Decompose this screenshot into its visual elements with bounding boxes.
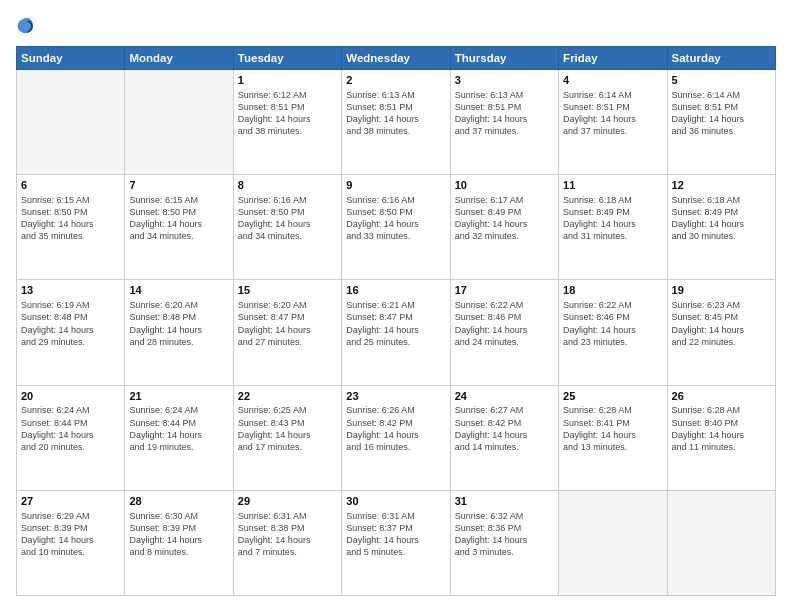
day-info: Sunrise: 6:13 AM Sunset: 8:51 PM Dayligh… xyxy=(455,89,554,138)
day-number: 20 xyxy=(21,389,120,404)
calendar-cell: 19Sunrise: 6:23 AM Sunset: 8:45 PM Dayli… xyxy=(667,280,775,385)
day-number: 22 xyxy=(238,389,337,404)
weekday-header-friday: Friday xyxy=(559,47,667,70)
calendar-cell xyxy=(17,70,125,175)
day-info: Sunrise: 6:28 AM Sunset: 8:41 PM Dayligh… xyxy=(563,404,662,453)
day-info: Sunrise: 6:18 AM Sunset: 8:49 PM Dayligh… xyxy=(563,194,662,243)
calendar-cell: 16Sunrise: 6:21 AM Sunset: 8:47 PM Dayli… xyxy=(342,280,450,385)
day-info: Sunrise: 6:14 AM Sunset: 8:51 PM Dayligh… xyxy=(563,89,662,138)
calendar-cell: 15Sunrise: 6:20 AM Sunset: 8:47 PM Dayli… xyxy=(233,280,341,385)
calendar-cell: 12Sunrise: 6:18 AM Sunset: 8:49 PM Dayli… xyxy=(667,175,775,280)
day-number: 21 xyxy=(129,389,228,404)
day-number: 18 xyxy=(563,283,662,298)
calendar-cell: 5Sunrise: 6:14 AM Sunset: 8:51 PM Daylig… xyxy=(667,70,775,175)
calendar-cell: 28Sunrise: 6:30 AM Sunset: 8:39 PM Dayli… xyxy=(125,490,233,595)
day-info: Sunrise: 6:14 AM Sunset: 8:51 PM Dayligh… xyxy=(672,89,771,138)
logo-icon xyxy=(16,16,36,36)
day-number: 23 xyxy=(346,389,445,404)
day-info: Sunrise: 6:24 AM Sunset: 8:44 PM Dayligh… xyxy=(129,404,228,453)
weekday-header-monday: Monday xyxy=(125,47,233,70)
calendar-cell xyxy=(125,70,233,175)
day-info: Sunrise: 6:28 AM Sunset: 8:40 PM Dayligh… xyxy=(672,404,771,453)
calendar-cell: 11Sunrise: 6:18 AM Sunset: 8:49 PM Dayli… xyxy=(559,175,667,280)
day-number: 12 xyxy=(672,178,771,193)
calendar-week-row: 6Sunrise: 6:15 AM Sunset: 8:50 PM Daylig… xyxy=(17,175,776,280)
day-number: 2 xyxy=(346,73,445,88)
day-info: Sunrise: 6:15 AM Sunset: 8:50 PM Dayligh… xyxy=(129,194,228,243)
calendar-week-row: 13Sunrise: 6:19 AM Sunset: 8:48 PM Dayli… xyxy=(17,280,776,385)
day-number: 6 xyxy=(21,178,120,193)
day-number: 5 xyxy=(672,73,771,88)
day-number: 29 xyxy=(238,494,337,509)
calendar-cell: 21Sunrise: 6:24 AM Sunset: 8:44 PM Dayli… xyxy=(125,385,233,490)
day-info: Sunrise: 6:22 AM Sunset: 8:46 PM Dayligh… xyxy=(563,299,662,348)
header xyxy=(16,16,776,36)
calendar-cell: 6Sunrise: 6:15 AM Sunset: 8:50 PM Daylig… xyxy=(17,175,125,280)
day-number: 17 xyxy=(455,283,554,298)
day-info: Sunrise: 6:16 AM Sunset: 8:50 PM Dayligh… xyxy=(346,194,445,243)
day-number: 25 xyxy=(563,389,662,404)
day-info: Sunrise: 6:24 AM Sunset: 8:44 PM Dayligh… xyxy=(21,404,120,453)
day-info: Sunrise: 6:29 AM Sunset: 8:39 PM Dayligh… xyxy=(21,510,120,559)
day-number: 30 xyxy=(346,494,445,509)
calendar-cell: 2Sunrise: 6:13 AM Sunset: 8:51 PM Daylig… xyxy=(342,70,450,175)
page: SundayMondayTuesdayWednesdayThursdayFrid… xyxy=(0,0,792,612)
calendar-cell: 22Sunrise: 6:25 AM Sunset: 8:43 PM Dayli… xyxy=(233,385,341,490)
calendar-cell: 9Sunrise: 6:16 AM Sunset: 8:50 PM Daylig… xyxy=(342,175,450,280)
weekday-header-wednesday: Wednesday xyxy=(342,47,450,70)
day-number: 19 xyxy=(672,283,771,298)
day-number: 4 xyxy=(563,73,662,88)
calendar-cell: 14Sunrise: 6:20 AM Sunset: 8:48 PM Dayli… xyxy=(125,280,233,385)
calendar-cell: 7Sunrise: 6:15 AM Sunset: 8:50 PM Daylig… xyxy=(125,175,233,280)
weekday-header-tuesday: Tuesday xyxy=(233,47,341,70)
weekday-header-saturday: Saturday xyxy=(667,47,775,70)
calendar-cell: 17Sunrise: 6:22 AM Sunset: 8:46 PM Dayli… xyxy=(450,280,558,385)
weekday-header-row: SundayMondayTuesdayWednesdayThursdayFrid… xyxy=(17,47,776,70)
day-number: 8 xyxy=(238,178,337,193)
calendar-cell xyxy=(559,490,667,595)
calendar-cell: 24Sunrise: 6:27 AM Sunset: 8:42 PM Dayli… xyxy=(450,385,558,490)
calendar-cell: 26Sunrise: 6:28 AM Sunset: 8:40 PM Dayli… xyxy=(667,385,775,490)
day-number: 26 xyxy=(672,389,771,404)
day-number: 3 xyxy=(455,73,554,88)
day-number: 31 xyxy=(455,494,554,509)
day-number: 10 xyxy=(455,178,554,193)
day-info: Sunrise: 6:26 AM Sunset: 8:42 PM Dayligh… xyxy=(346,404,445,453)
calendar-cell: 1Sunrise: 6:12 AM Sunset: 8:51 PM Daylig… xyxy=(233,70,341,175)
day-info: Sunrise: 6:16 AM Sunset: 8:50 PM Dayligh… xyxy=(238,194,337,243)
calendar-cell: 4Sunrise: 6:14 AM Sunset: 8:51 PM Daylig… xyxy=(559,70,667,175)
calendar-table: SundayMondayTuesdayWednesdayThursdayFrid… xyxy=(16,46,776,596)
calendar-week-row: 27Sunrise: 6:29 AM Sunset: 8:39 PM Dayli… xyxy=(17,490,776,595)
day-info: Sunrise: 6:17 AM Sunset: 8:49 PM Dayligh… xyxy=(455,194,554,243)
day-info: Sunrise: 6:30 AM Sunset: 8:39 PM Dayligh… xyxy=(129,510,228,559)
calendar-cell: 13Sunrise: 6:19 AM Sunset: 8:48 PM Dayli… xyxy=(17,280,125,385)
day-info: Sunrise: 6:22 AM Sunset: 8:46 PM Dayligh… xyxy=(455,299,554,348)
calendar-cell: 27Sunrise: 6:29 AM Sunset: 8:39 PM Dayli… xyxy=(17,490,125,595)
calendar-cell xyxy=(667,490,775,595)
calendar-cell: 30Sunrise: 6:31 AM Sunset: 8:37 PM Dayli… xyxy=(342,490,450,595)
calendar-cell: 29Sunrise: 6:31 AM Sunset: 8:38 PM Dayli… xyxy=(233,490,341,595)
logo xyxy=(16,16,40,36)
calendar-week-row: 1Sunrise: 6:12 AM Sunset: 8:51 PM Daylig… xyxy=(17,70,776,175)
calendar-cell: 10Sunrise: 6:17 AM Sunset: 8:49 PM Dayli… xyxy=(450,175,558,280)
calendar-cell: 3Sunrise: 6:13 AM Sunset: 8:51 PM Daylig… xyxy=(450,70,558,175)
calendar-cell: 8Sunrise: 6:16 AM Sunset: 8:50 PM Daylig… xyxy=(233,175,341,280)
day-number: 11 xyxy=(563,178,662,193)
calendar-week-row: 20Sunrise: 6:24 AM Sunset: 8:44 PM Dayli… xyxy=(17,385,776,490)
calendar-cell: 23Sunrise: 6:26 AM Sunset: 8:42 PM Dayli… xyxy=(342,385,450,490)
day-info: Sunrise: 6:27 AM Sunset: 8:42 PM Dayligh… xyxy=(455,404,554,453)
day-number: 14 xyxy=(129,283,228,298)
day-number: 15 xyxy=(238,283,337,298)
calendar-cell: 25Sunrise: 6:28 AM Sunset: 8:41 PM Dayli… xyxy=(559,385,667,490)
weekday-header-thursday: Thursday xyxy=(450,47,558,70)
day-info: Sunrise: 6:18 AM Sunset: 8:49 PM Dayligh… xyxy=(672,194,771,243)
day-number: 13 xyxy=(21,283,120,298)
day-info: Sunrise: 6:31 AM Sunset: 8:37 PM Dayligh… xyxy=(346,510,445,559)
day-info: Sunrise: 6:15 AM Sunset: 8:50 PM Dayligh… xyxy=(21,194,120,243)
day-number: 1 xyxy=(238,73,337,88)
day-number: 16 xyxy=(346,283,445,298)
calendar-cell: 31Sunrise: 6:32 AM Sunset: 8:36 PM Dayli… xyxy=(450,490,558,595)
day-info: Sunrise: 6:23 AM Sunset: 8:45 PM Dayligh… xyxy=(672,299,771,348)
day-info: Sunrise: 6:20 AM Sunset: 8:48 PM Dayligh… xyxy=(129,299,228,348)
day-info: Sunrise: 6:32 AM Sunset: 8:36 PM Dayligh… xyxy=(455,510,554,559)
